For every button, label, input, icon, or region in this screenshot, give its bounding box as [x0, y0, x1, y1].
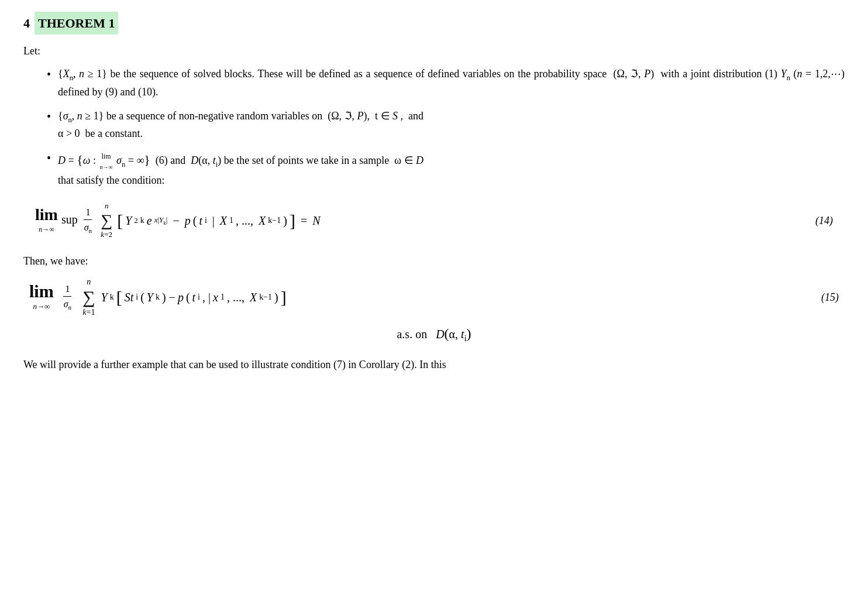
sum-k2-n: n ∑ k=2 [101, 200, 112, 241]
then-label: Then, we have: [23, 253, 845, 270]
bullet-item-2: {σn, n ≥ 1} be a sequence of non-negativ… [47, 108, 845, 143]
frac-15: 1 σn [62, 281, 73, 314]
sup-operator: sup [61, 210, 78, 229]
open-bracket-15: [ [116, 283, 122, 311]
section-heading: 4 THEOREM 1 [23, 12, 845, 35]
equation-15-container: lim n→∞ 1 σn n ∑ k=1 Yk [ Sti(Yk) − p(ti… [23, 276, 845, 319]
bullet-list: {Xn, n ≥ 1} be the sequence of solved bl… [23, 66, 845, 188]
bullet-content-1: {Xn, n ≥ 1} be the sequence of solved bl… [58, 66, 845, 101]
lim-15: lim n→∞ [29, 281, 54, 313]
bullet-item-3: D = {ω : lim n→∞ σn = ∞} (6) and D(α, ti… [47, 149, 845, 188]
equation-14-formula: lim n→∞ sup 1 σn n ∑ k=2 [ Y2k ex|Yk| − … [35, 200, 321, 241]
further-text: We will provide a further example that c… [23, 356, 845, 373]
bullet-content-2: {σn, n ≥ 1} be a sequence of non-negativ… [58, 108, 845, 143]
asson-line: a.s. on D(α, ti) [23, 322, 845, 345]
section-number: 4 [23, 13, 30, 33]
equation-15-formula: lim n→∞ 1 σn n ∑ k=1 Yk [ Sti(Yk) − p(ti… [29, 276, 287, 319]
lim-operator: lim n→∞ [35, 206, 58, 235]
eq-number-15: (15) [821, 289, 839, 306]
open-bracket-14: [ [117, 207, 123, 235]
sum-k1-n-15: n ∑ k=1 [82, 276, 95, 319]
close-bracket-15: ] [281, 283, 287, 311]
equation-14-container: lim n→∞ sup 1 σn n ∑ k=2 [ Y2k ex|Yk| − … [23, 200, 845, 241]
bullet-item-1: {Xn, n ≥ 1} be the sequence of solved bl… [47, 66, 845, 101]
bullet-content-3: D = {ω : lim n→∞ σn = ∞} (6) and D(α, ti… [58, 149, 845, 188]
close-bracket-14: ] [290, 207, 295, 235]
theorem-title: THEOREM 1 [35, 12, 118, 35]
asson-label: a.s. on [397, 328, 427, 341]
eq-number-14: (14) [815, 212, 833, 229]
frac-1-sigma: 1 σn [82, 205, 94, 237]
let-label: Let: [23, 43, 845, 60]
